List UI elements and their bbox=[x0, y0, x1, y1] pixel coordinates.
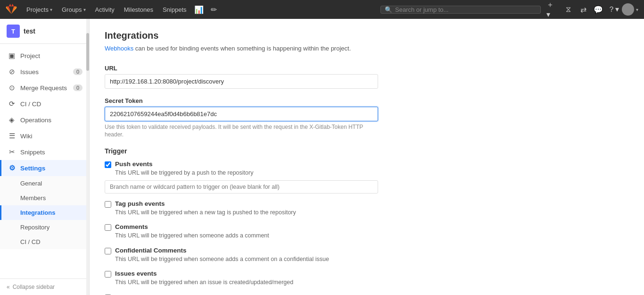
page-title: Integrations bbox=[105, 30, 629, 41]
secret-token-field-group: Secret Token Use this token to validate … bbox=[105, 97, 378, 139]
trigger-push-header: Push events bbox=[105, 160, 378, 168]
sidebar-item-issues[interactable]: ⊘ Issues 0 bbox=[0, 64, 89, 80]
url-label: URL bbox=[105, 65, 378, 72]
trigger-tag-push-header: Tag push events bbox=[105, 200, 378, 208]
issues-events-desc: This URL will be triggered when an issue… bbox=[115, 278, 378, 287]
operations-icon: ◈ bbox=[8, 116, 16, 124]
sidebar-item-wiki[interactable]: ☰ Wiki bbox=[0, 128, 89, 144]
avatar[interactable] bbox=[622, 3, 634, 16]
scrollbar-track bbox=[86, 19, 89, 295]
trigger-comments: Comments This URL will be triggered when… bbox=[105, 223, 378, 240]
sidebar-item-snippets[interactable]: ✂ Snippets bbox=[0, 144, 89, 160]
chevron-down-icon: ▾ bbox=[636, 7, 638, 12]
url-field-group: URL bbox=[105, 65, 378, 89]
plus-icon[interactable]: ＋ ▾ bbox=[546, 3, 560, 16]
gitlab-logo-icon bbox=[6, 4, 17, 15]
topnav: Projects ▾ Groups ▾ Activity Milestones … bbox=[0, 0, 644, 19]
push-events-label: Push events bbox=[115, 160, 153, 168]
project-avatar: T bbox=[7, 25, 20, 38]
trigger-issues-events: Issues events This URL will be triggered… bbox=[105, 270, 378, 287]
issues-events-checkbox[interactable] bbox=[105, 271, 111, 278]
confidential-comments-label: Confidential Comments bbox=[115, 247, 187, 254]
topnav-groups[interactable]: Groups ▾ bbox=[58, 4, 90, 15]
chevron-down-icon: ▾ bbox=[83, 7, 86, 12]
trigger-tag-push-events: Tag push events This URL will be trigger… bbox=[105, 200, 378, 217]
sidebar-nav: ▣ Project ⊘ Issues 0 ⊙ Merge Requests 0 … bbox=[0, 44, 89, 278]
sidebar-subitem-cicd[interactable]: CI / CD bbox=[0, 235, 89, 249]
trigger-confidential-comments-header: Confidential Comments bbox=[105, 247, 378, 254]
sidebar-item-settings[interactable]: ⚙ Settings bbox=[0, 160, 89, 176]
secret-token-input[interactable] bbox=[105, 107, 378, 121]
merge-icon[interactable]: ⇄ bbox=[577, 3, 590, 16]
comments-desc: This URL will be triggered when someone … bbox=[115, 232, 378, 240]
help-icon[interactable]: ？▾ bbox=[607, 3, 620, 16]
trigger-push-events: Push events This URL will be triggered b… bbox=[105, 160, 378, 194]
pen-icon[interactable]: ✏ bbox=[207, 3, 221, 16]
comment-icon[interactable]: 💬 bbox=[592, 3, 605, 16]
trigger-confidential-issues-header: Confidential Issues events bbox=[105, 294, 378, 295]
trigger-issues-events-header: Issues events bbox=[105, 270, 378, 278]
topnav-links: Projects ▾ Groups ▾ Activity Milestones … bbox=[23, 3, 221, 16]
webhooks-link[interactable]: Webhooks bbox=[105, 45, 133, 52]
url-input[interactable] bbox=[105, 74, 378, 89]
tag-push-events-desc: This URL will be triggered when a new ta… bbox=[115, 209, 378, 217]
secret-token-hint: Use this token to validate received payl… bbox=[105, 123, 378, 139]
comments-checkbox[interactable] bbox=[105, 224, 111, 231]
secret-token-label: Secret Token bbox=[105, 97, 378, 104]
topnav-projects[interactable]: Projects ▾ bbox=[23, 4, 56, 15]
ci-cd-icon: ⟳ bbox=[8, 100, 16, 108]
issues-icon: ⊘ bbox=[8, 68, 16, 76]
confidential-comments-desc: This URL will be triggered when someone … bbox=[115, 255, 378, 264]
issues-badge: 0 bbox=[73, 68, 83, 75]
gitlab-brand[interactable] bbox=[6, 4, 17, 15]
page-description: Webhooks can be used for binding events … bbox=[105, 44, 629, 53]
merge-requests-icon: ⊙ bbox=[8, 84, 16, 92]
settings-submenu: General Members Integrations Repository … bbox=[0, 176, 89, 249]
sidebar-project[interactable]: T test bbox=[0, 19, 89, 44]
snippets-icon: ✂ bbox=[8, 148, 16, 156]
sidebar-subitem-members[interactable]: Members bbox=[0, 191, 89, 205]
issues-events-label: Issues events bbox=[115, 270, 157, 277]
clock-icon[interactable]: ⧖ bbox=[561, 3, 575, 16]
trigger-confidential-comments: Confidential Comments This URL will be t… bbox=[105, 247, 378, 264]
push-events-desc: This URL will be triggered by a push to … bbox=[115, 169, 378, 177]
integrations-form: URL Secret Token Use this token to valid… bbox=[105, 65, 378, 295]
tag-push-events-checkbox[interactable] bbox=[105, 201, 111, 208]
confidential-comments-checkbox[interactable] bbox=[105, 248, 111, 254]
project-icon: ▣ bbox=[8, 52, 16, 59]
branch-input[interactable] bbox=[105, 180, 378, 194]
sidebar-item-merge-requests[interactable]: ⊙ Merge Requests 0 bbox=[0, 80, 89, 96]
topnav-activity[interactable]: Activity bbox=[91, 4, 118, 15]
tag-push-events-label: Tag push events bbox=[115, 200, 165, 207]
project-name: test bbox=[24, 27, 35, 35]
comments-label: Comments bbox=[115, 223, 148, 230]
sidebar-item-ci-cd[interactable]: ⟳ CI / CD bbox=[0, 96, 89, 112]
main-content: Integrations Webhooks can be used for bi… bbox=[90, 19, 644, 295]
search-box[interactable]: 🔍 bbox=[380, 6, 541, 14]
confidential-issues-label: Confidential Issues events bbox=[115, 294, 195, 295]
sidebar-item-project[interactable]: ▣ Project bbox=[0, 48, 89, 64]
topnav-milestones[interactable]: Milestones bbox=[120, 4, 157, 15]
settings-icon: ⚙ bbox=[8, 164, 16, 172]
scrollbar-thumb[interactable] bbox=[86, 33, 89, 71]
topnav-right: ＋ ▾ ⧖ ⇄ 💬 ？▾ ▾ bbox=[546, 3, 638, 16]
sidebar-subitem-repository[interactable]: Repository bbox=[0, 220, 89, 235]
sidebar-item-operations[interactable]: ◈ Operations bbox=[0, 112, 89, 128]
trigger-section-label: Trigger bbox=[105, 147, 378, 155]
collapse-sidebar-button[interactable]: « Collapse sidebar bbox=[0, 278, 89, 295]
search-input[interactable] bbox=[395, 6, 537, 13]
push-events-checkbox[interactable] bbox=[105, 161, 111, 168]
trigger-comments-header: Comments bbox=[105, 223, 378, 231]
trigger-confidential-issues: Confidential Issues events This URL will… bbox=[105, 294, 378, 295]
wiki-icon: ☰ bbox=[8, 132, 16, 140]
collapse-icon: « bbox=[7, 284, 10, 290]
chevron-down-icon: ▾ bbox=[50, 7, 52, 12]
search-icon: 🔍 bbox=[385, 6, 392, 13]
sidebar-subitem-integrations[interactable]: Integrations bbox=[0, 205, 89, 220]
merge-requests-badge: 0 bbox=[73, 84, 83, 91]
topnav-snippets[interactable]: Snippets bbox=[159, 4, 190, 15]
chart-icon[interactable]: 📊 bbox=[192, 3, 206, 16]
sidebar-subitem-general[interactable]: General bbox=[0, 176, 89, 191]
sidebar: T test ▣ Project ⊘ Issues 0 ⊙ Merge Requ… bbox=[0, 19, 90, 295]
